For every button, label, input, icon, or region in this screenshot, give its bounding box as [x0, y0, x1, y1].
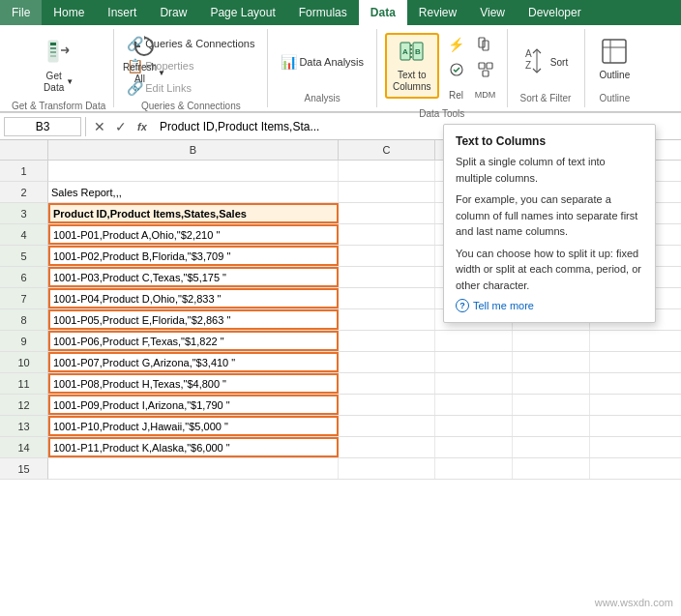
tab-formulas[interactable]: Formulas [287, 0, 359, 25]
row-num-5[interactable]: 5 [0, 246, 48, 267]
tab-insert[interactable]: Insert [96, 0, 148, 25]
cell-b14[interactable]: 1001-P11,Product K,Alaska,"$6,000 " [48, 437, 339, 457]
cell-d12[interactable] [435, 395, 513, 415]
data-analysis-button[interactable]: 📊 Data Analysis [276, 51, 369, 73]
svg-text:A: A [402, 47, 408, 56]
cell-b8[interactable]: 1001-P05,Product E,Florida,"$2,863 " [48, 309, 339, 330]
cell-c3[interactable] [339, 203, 435, 223]
row-num-2[interactable]: 2 [0, 182, 48, 203]
svg-rect-13 [479, 63, 485, 69]
cell-c11[interactable] [339, 373, 435, 394]
cell-e10[interactable] [513, 352, 590, 372]
tooltip-tell-me-more-link[interactable]: ? Tell me more [456, 299, 643, 312]
cell-d13[interactable] [435, 416, 513, 436]
insert-function-button[interactable]: fx [133, 117, 152, 136]
cell-e13[interactable] [513, 416, 590, 436]
row-num-3[interactable]: 3 [0, 203, 48, 224]
cell-b4[interactable]: 1001-P01,Product A,Ohio,"$2,210 " [48, 224, 339, 245]
cancel-formula-button[interactable]: ✕ [90, 117, 109, 136]
text-to-columns-button[interactable]: A B Text to Columns [385, 33, 438, 99]
cell-reference-box[interactable] [4, 117, 81, 136]
cell-c7[interactable] [339, 288, 435, 308]
tab-file[interactable]: File [0, 0, 42, 25]
cell-c8[interactable] [339, 309, 435, 330]
tab-page-layout[interactable]: Page Layout [198, 0, 286, 25]
cell-c5[interactable] [339, 246, 435, 266]
tab-data[interactable]: Data [359, 0, 407, 25]
outline-button[interactable]: Outline [593, 33, 637, 86]
row-num-6[interactable]: 6 [0, 267, 48, 288]
relationships-button[interactable]: Rel [443, 83, 470, 106]
outline-label: Outline [600, 70, 631, 81]
row-num-9[interactable]: 9 [0, 331, 48, 352]
col-header-b[interactable]: B [48, 140, 339, 160]
cell-b10[interactable]: 1001-P07,Product G,Arizona,"$3,410 " [48, 352, 339, 372]
cell-c2[interactable] [339, 182, 435, 202]
tab-home[interactable]: Home [42, 0, 96, 25]
cell-b9[interactable]: 1001-P06,Product F,Texas,"$1,822 " [48, 331, 339, 351]
cell-d11[interactable] [435, 373, 513, 394]
refresh-all-button[interactable]: Refresh All ▼ [116, 29, 172, 90]
cell-d10[interactable] [435, 352, 513, 372]
row-num-15[interactable]: 15 [0, 458, 48, 480]
cell-b5[interactable]: 1001-P02,Product B,Florida,"$3,709 " [48, 246, 339, 266]
cell-c4[interactable] [339, 224, 435, 245]
row-num-12[interactable]: 12 [0, 395, 48, 416]
cell-d15[interactable] [435, 458, 513, 479]
cell-c15[interactable] [339, 458, 435, 479]
cell-b13[interactable]: 1001-P10,Product J,Hawaii,"$5,000 " [48, 416, 339, 436]
cell-b11[interactable]: 1001-P08,Product H,Texas,"$4,800 " [48, 373, 339, 394]
outline-icon [601, 38, 628, 68]
get-data-button[interactable]: Get Data ▼ [37, 33, 80, 99]
cell-e12[interactable] [513, 395, 590, 415]
cell-d14[interactable] [435, 437, 513, 457]
row-num-10[interactable]: 10 [0, 352, 48, 373]
cell-c13[interactable] [339, 416, 435, 436]
table-row: 1001-P11,Product K,Alaska,"$6,000 " [48, 437, 681, 458]
tab-view[interactable]: View [468, 0, 517, 25]
tooltip-desc2: For example, you can separate a column o… [456, 191, 643, 240]
sort-button[interactable]: A Z Sort [518, 41, 573, 84]
remove-duplicates-button[interactable] [472, 33, 499, 56]
cell-b2[interactable]: Sales Report,,, [48, 182, 339, 202]
cell-b12[interactable]: 1001-P09,Product I,Arizona,"$1,790 " [48, 395, 339, 415]
row-num-4[interactable]: 4 [0, 224, 48, 246]
confirm-formula-button[interactable]: ✓ [111, 117, 131, 136]
row-num-13[interactable]: 13 [0, 416, 48, 437]
cell-b3[interactable]: Product ID,Product Items,States,Sales [48, 203, 339, 223]
row-num-8[interactable]: 8 [0, 309, 48, 331]
cell-c10[interactable] [339, 352, 435, 372]
cell-c9[interactable] [339, 331, 435, 351]
consolidate-button[interactable] [472, 58, 499, 81]
cell-c14[interactable] [339, 437, 435, 457]
refresh-all-icon [132, 34, 157, 62]
row-num-14[interactable]: 14 [0, 437, 48, 458]
cell-e14[interactable] [513, 437, 590, 457]
cell-c6[interactable] [339, 267, 435, 287]
svg-text:A: A [525, 48, 532, 59]
col-header-c[interactable]: C [339, 140, 435, 160]
cell-b15[interactable] [48, 458, 339, 479]
cell-d9[interactable] [435, 331, 513, 351]
watermark: www.wsxdn.com [595, 597, 673, 608]
tab-draw[interactable]: Draw [148, 0, 198, 25]
cell-c12[interactable] [339, 395, 435, 415]
cell-e11[interactable] [513, 373, 590, 394]
row-num-1[interactable]: 1 [0, 161, 48, 182]
cell-e9[interactable] [513, 331, 590, 351]
group-get-transform: Get Data ▼ Get & Transform Data [4, 29, 114, 107]
tab-developer[interactable]: Developer [517, 0, 593, 25]
sort-icon: A Z [523, 45, 550, 79]
text-to-columns-icon: A B [400, 39, 425, 70]
flash-fill-button[interactable]: ⚡ [443, 33, 470, 56]
cell-b1[interactable] [48, 161, 339, 181]
cell-e15[interactable] [513, 458, 590, 479]
row-num-11[interactable]: 11 [0, 373, 48, 395]
cell-b7[interactable]: 1001-P04,Product D,Ohio,"$2,833 " [48, 288, 339, 308]
cell-c1[interactable] [339, 161, 435, 181]
tab-review[interactable]: Review [407, 0, 468, 25]
manage-data-model-button[interactable]: MDM [472, 83, 499, 106]
row-num-7[interactable]: 7 [0, 288, 48, 309]
data-validation-button[interactable] [443, 58, 470, 81]
cell-b6[interactable]: 1001-P03,Product C,Texas,"$5,175 " [48, 267, 339, 287]
